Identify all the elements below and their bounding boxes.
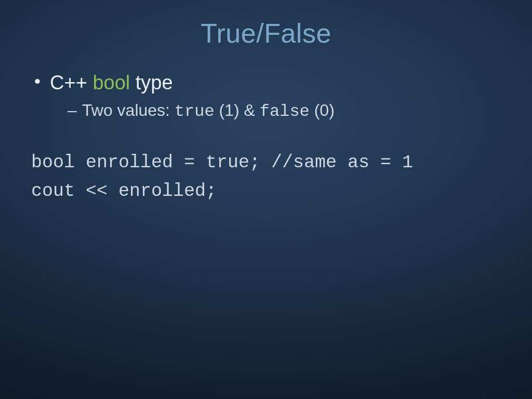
sub-bullet-list: Two values: true (1) & false (0) [50, 99, 501, 123]
keyword-bool: bool [92, 72, 130, 94]
code-line-2: cout << enrolled; [31, 181, 217, 202]
code-block: bool enrolled = true; //same as = 1 cout… [0, 123, 532, 205]
text-pre: C++ [50, 72, 92, 94]
mono-true: true [175, 102, 215, 121]
slide-title: True/False [0, 0, 532, 49]
slide-content: C++ bool type Two values: true (1) & fal… [0, 49, 532, 123]
bullet-list: C++ bool type Two values: true (1) & fal… [31, 70, 501, 123]
sub-text-pre: Two values: [82, 101, 175, 119]
code-line-1: bool enrolled = true; //same as = 1 [31, 152, 413, 173]
sub-text-mid2: (0) [310, 101, 335, 119]
mono-false: false [260, 102, 310, 121]
sub-bullet-item-1: Two values: true (1) & false (0) [68, 99, 501, 123]
sub-text-mid1: (1) & [215, 101, 260, 119]
bullet-item-1: C++ bool type Two values: true (1) & fal… [31, 70, 501, 123]
text-post: type [130, 72, 172, 94]
slide: True/False C++ bool type Two values: tru… [0, 0, 532, 399]
